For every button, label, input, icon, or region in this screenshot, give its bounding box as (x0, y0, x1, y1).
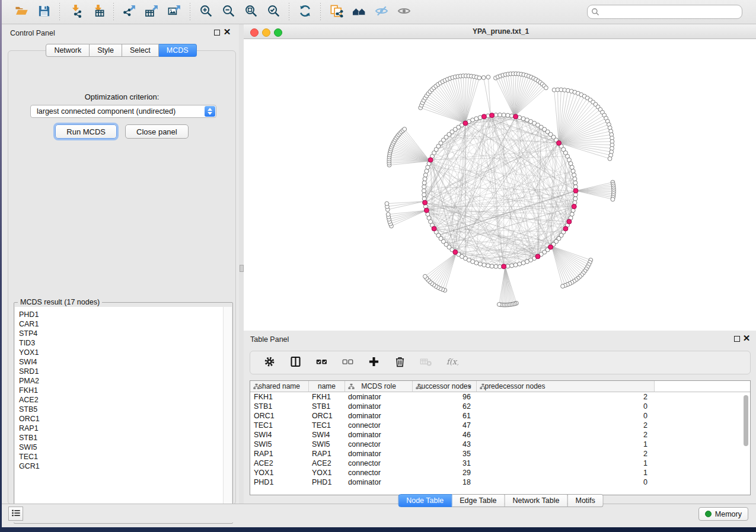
result-node-item[interactable]: SWI4 (19, 357, 223, 367)
cell: FKH1 (250, 392, 309, 402)
table-row[interactable]: YOX1YOX1connector291 (250, 468, 750, 477)
zoom-fit-button[interactable] (241, 3, 261, 21)
result-node-item[interactable]: TEC1 (19, 452, 223, 462)
network-graph[interactable] (244, 39, 756, 331)
cell: 18 (413, 477, 477, 487)
result-node-item[interactable]: SRD1 (19, 367, 223, 376)
close-panel-button[interactable]: Close panel (125, 124, 189, 139)
cell (655, 477, 750, 487)
refresh-layout-button[interactable] (295, 3, 315, 21)
table-row[interactable]: SWI5SWI5connector431 (250, 440, 750, 449)
export-table-button[interactable] (142, 3, 162, 21)
run-mcds-button[interactable]: Run MCDS (55, 124, 117, 139)
zoom-selected-button[interactable] (263, 3, 283, 21)
result-node-item[interactable]: CAR1 (19, 319, 223, 329)
column-header-MCDS-role[interactable]: MCDS role (345, 381, 413, 392)
tab-edge-table[interactable]: Edge Table (452, 494, 505, 507)
column-header-predecessor-nodes[interactable]: predecessor nodes (477, 381, 655, 392)
table-row[interactable]: SWI4SWI4dominator462 (250, 430, 750, 440)
cell (655, 411, 750, 421)
control-panel-float-button[interactable] (214, 30, 220, 36)
search-input[interactable] (587, 5, 742, 19)
tab-node-table[interactable]: Node Table (398, 494, 452, 507)
network-panel: YPA_prune.txt_1 (244, 24, 756, 331)
select-all-rows-button[interactable] (310, 353, 333, 372)
tab-network[interactable]: Network (46, 44, 90, 57)
delete-column-button[interactable] (388, 353, 412, 372)
table-row[interactable]: FKH1FKH1dominator962 (250, 392, 750, 402)
tab-style[interactable]: Style (90, 44, 122, 57)
criterion-dropdown[interactable]: largest connected component (undirected) (30, 105, 216, 118)
result-node-item[interactable]: TID3 (19, 338, 223, 348)
add-column-icon (368, 355, 380, 370)
svg-text:f(x): f(x) (446, 357, 458, 366)
result-node-item[interactable]: ACE2 (19, 395, 223, 405)
deselect-all-rows-button[interactable] (336, 353, 359, 372)
zoom-in-button[interactable] (196, 3, 216, 21)
import-table-button[interactable] (88, 3, 108, 21)
mcds-result-list[interactable]: PHD1CAR1STP4TID3YOX1SWI4SRD1PMA2FKH1ACE2… (15, 307, 223, 522)
table-row[interactable]: STB1STB1dominator620 (250, 402, 750, 411)
tab-motifs[interactable]: Motifs (567, 494, 603, 507)
table-row[interactable]: ORC1ORC1dominator610 (250, 411, 750, 421)
sort-menu-icon[interactable] (468, 386, 471, 388)
cell: 0 (477, 411, 655, 421)
result-node-item[interactable]: PMA2 (19, 376, 223, 386)
control-panel-close-icon[interactable]: ✕ (222, 27, 232, 37)
cell: SWI5 (309, 440, 345, 449)
cell (655, 459, 750, 468)
result-node-item[interactable]: STB1 (19, 433, 223, 443)
column-header-name[interactable]: name (309, 381, 345, 392)
console-log-button[interactable] (8, 507, 23, 521)
cell: 1 (477, 459, 655, 468)
result-node-item[interactable]: RAP1 (19, 424, 223, 433)
cell: dominator (345, 430, 413, 440)
export-network-button[interactable] (119, 3, 139, 21)
table-settings-gear-button[interactable] (257, 353, 281, 372)
cell: YOX1 (250, 468, 309, 477)
table-row[interactable]: TEC1TEC1connector472 (250, 421, 750, 430)
control-panel: Control Panel ✕ Optimization criterion: … (4, 24, 239, 508)
export-image-button[interactable] (164, 3, 184, 21)
table-scrollbar[interactable] (743, 394, 749, 493)
result-node-item[interactable]: STP4 (19, 329, 223, 338)
tab-select[interactable]: Select (122, 44, 159, 57)
cell: connector (345, 440, 413, 449)
memory-button[interactable]: Memory (698, 507, 748, 521)
result-node-item[interactable]: STB5 (19, 405, 223, 414)
network-window-titlebar[interactable]: YPA_prune.txt_1 (244, 24, 756, 39)
first-neighbors-button[interactable] (349, 3, 369, 21)
delete-table-icon (420, 355, 432, 370)
table-panel-float-button[interactable] (734, 336, 740, 342)
split-columns-button[interactable] (283, 353, 307, 372)
result-node-item[interactable]: ORC1 (19, 414, 223, 424)
table-row[interactable]: RAP1RAP1dominator352 (250, 449, 750, 459)
cell: RAP1 (250, 449, 309, 459)
toolbar-separator (320, 3, 321, 21)
show-details-button[interactable] (394, 3, 414, 21)
result-list-scrollbar[interactable] (223, 307, 232, 522)
result-node-item[interactable]: SWI5 (19, 443, 223, 452)
result-node-item[interactable]: PHD1 (19, 310, 223, 319)
duplicate-network-button[interactable] (326, 3, 346, 21)
result-node-item[interactable]: YOX1 (19, 348, 223, 357)
table-scrollbar-thumb[interactable] (744, 395, 748, 446)
tab-network-table[interactable]: Network Table (505, 494, 568, 507)
table-panel-close-icon[interactable]: ✕ (742, 333, 751, 344)
save-session-button[interactable] (34, 3, 54, 21)
tab-mcds[interactable]: MCDS (159, 44, 197, 57)
zoom-out-button[interactable] (218, 3, 238, 21)
hide-details-button[interactable] (371, 3, 391, 21)
open-file-button[interactable] (11, 3, 31, 21)
import-network-button[interactable] (65, 3, 85, 21)
table-row[interactable]: ACE2ACE2connector311 (250, 459, 750, 468)
column-header-shared-name[interactable]: shared name (250, 381, 309, 392)
column-header-successor-nodes[interactable]: successor nodes (413, 381, 477, 392)
result-node-item[interactable]: GCR1 (19, 462, 223, 471)
table-row[interactable]: PHD1PHD1dominator180 (250, 477, 750, 487)
result-node-item[interactable]: FKH1 (19, 386, 223, 395)
shared-column-icon (415, 383, 423, 392)
cell (655, 402, 750, 411)
cell: 1 (477, 440, 655, 449)
add-column-button[interactable] (362, 353, 385, 372)
